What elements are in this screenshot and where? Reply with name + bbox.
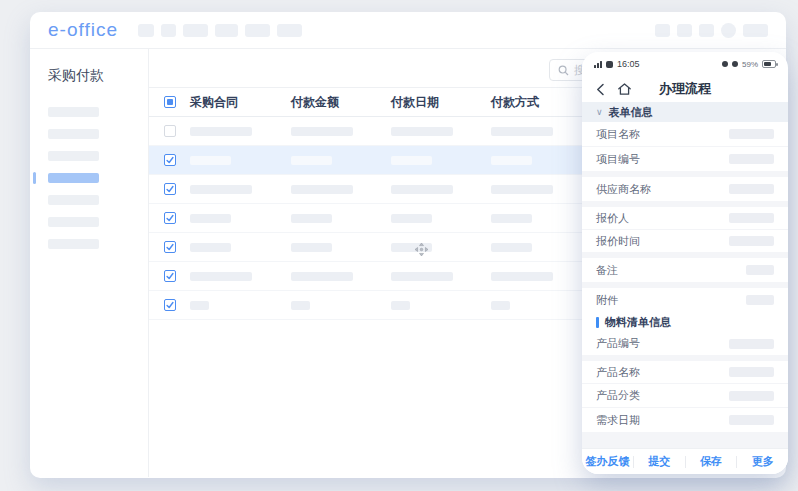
cell-placeholder <box>391 301 410 310</box>
row-checkbox[interactable] <box>164 212 176 224</box>
topbar-icon-placeholder[interactable] <box>699 24 714 37</box>
clock-time: 16:05 <box>617 59 640 69</box>
sidebar-item[interactable] <box>48 107 99 117</box>
top-nav-bar: e-office <box>30 12 786 49</box>
cell-placeholder <box>491 301 510 310</box>
cell-placeholder <box>190 185 252 194</box>
sidebar-item[interactable] <box>48 151 99 161</box>
value-placeholder <box>729 367 774 377</box>
cell-placeholder <box>291 156 332 165</box>
select-all-checkbox[interactable] <box>164 96 176 108</box>
column-header[interactable]: 采购合同 <box>190 94 291 111</box>
cell-placeholder <box>291 185 353 194</box>
phone-nav-bar: 办理流程 <box>582 76 788 102</box>
topbar-icon-placeholder[interactable] <box>677 24 692 37</box>
cell-placeholder <box>190 156 231 165</box>
cell-placeholder <box>491 156 532 165</box>
search-icon <box>558 65 569 76</box>
sidebar-item[interactable] <box>48 217 99 227</box>
submit-button[interactable]: 提交 <box>634 454 685 469</box>
avatar[interactable] <box>721 23 736 38</box>
sidebar-item-active[interactable] <box>48 173 99 183</box>
field-project-number[interactable]: 项目编号 <box>582 147 788 171</box>
section-header-material-list[interactable]: 物料清单信息 <box>582 312 788 332</box>
section-header-form-info[interactable]: ∨ 表单信息 <box>582 102 788 122</box>
cell-placeholder <box>291 272 353 281</box>
cell-placeholder <box>491 272 553 281</box>
username-placeholder <box>743 24 768 37</box>
sidebar-item[interactable] <box>48 129 99 139</box>
signal-icon <box>594 61 602 68</box>
cell-placeholder <box>491 214 532 223</box>
field-remarks[interactable]: 备注 <box>582 258 788 282</box>
screenshot-stage: e-office 采购付款 <box>0 0 798 491</box>
field-product-number[interactable]: 产品编号 <box>582 332 788 355</box>
value-placeholder <box>746 265 774 275</box>
field-supplier-name[interactable]: 供应商名称 <box>582 177 788 201</box>
sidebar: 采购付款 <box>30 49 149 477</box>
value-placeholder <box>729 154 774 164</box>
field-quote-time[interactable]: 报价时间 <box>582 230 788 252</box>
menu-item-placeholder[interactable] <box>215 24 238 37</box>
row-checkbox[interactable] <box>164 154 176 166</box>
value-placeholder <box>729 415 774 425</box>
cell-placeholder <box>190 127 252 136</box>
sign-feedback-button[interactable]: 签办反馈 <box>582 454 633 469</box>
section-marker-bar <box>596 317 599 328</box>
sidebar-item[interactable] <box>48 195 99 205</box>
field-quoter[interactable]: 报价人 <box>582 207 788 230</box>
phone-action-bar: 签办反馈 提交 保存 更多 <box>582 448 788 474</box>
row-checkbox[interactable] <box>164 270 176 282</box>
cell-placeholder <box>391 156 432 165</box>
row-checkbox[interactable] <box>164 241 176 253</box>
field-product-name[interactable]: 产品名称 <box>582 361 788 384</box>
more-button[interactable]: 更多 <box>737 454 788 469</box>
sidebar-menu <box>30 107 148 249</box>
cell-placeholder <box>291 127 353 136</box>
top-menu-placeholders <box>138 24 302 37</box>
menu-item-placeholder[interactable] <box>138 24 154 37</box>
cell-placeholder <box>391 272 453 281</box>
column-header[interactable]: 付款日期 <box>391 94 491 111</box>
e-office-logo: e-office <box>48 19 118 41</box>
field-demand-date[interactable]: 需求日期 <box>582 408 788 432</box>
row-checkbox[interactable] <box>164 125 176 137</box>
battery-percent: 59% <box>742 60 758 69</box>
cell-placeholder <box>291 214 332 223</box>
row-checkbox[interactable] <box>164 183 176 195</box>
cell-placeholder <box>391 185 453 194</box>
field-attachment[interactable]: 附件 <box>582 288 788 312</box>
field-product-category[interactable]: 产品分类 <box>582 384 788 408</box>
menu-item-placeholder[interactable] <box>183 24 208 37</box>
value-placeholder <box>729 391 774 401</box>
value-placeholder <box>729 213 774 223</box>
field-project-name[interactable]: 项目名称 <box>582 122 788 147</box>
group-divider <box>582 432 788 448</box>
cell-placeholder <box>291 301 310 310</box>
mobile-preview-phone: 16:05 59% 办理流程 ∨ 表单信息 项目名称 项目编号 <box>582 52 788 474</box>
phone-status-bar: 16:05 59% <box>582 52 788 76</box>
cell-placeholder <box>190 214 231 223</box>
row-checkbox[interactable] <box>164 299 176 311</box>
column-header[interactable]: 付款金额 <box>291 94 391 111</box>
menu-item-placeholder[interactable] <box>161 24 176 37</box>
value-placeholder <box>729 129 774 139</box>
cell-placeholder <box>391 214 432 223</box>
cell-placeholder <box>190 272 252 281</box>
value-placeholder <box>746 295 774 305</box>
value-placeholder <box>729 339 774 349</box>
status-misc-icon <box>722 61 728 67</box>
topbar-icon-placeholder[interactable] <box>655 24 670 37</box>
menu-item-placeholder[interactable] <box>245 24 270 37</box>
section-title: 表单信息 <box>609 105 653 120</box>
sidebar-item[interactable] <box>48 239 99 249</box>
section-title: 物料清单信息 <box>605 315 671 330</box>
cell-placeholder <box>491 185 553 194</box>
menu-item-placeholder[interactable] <box>277 24 302 37</box>
status-misc-icon <box>732 61 738 67</box>
topbar-right-cluster <box>655 23 768 38</box>
sim-icon <box>606 61 613 68</box>
save-button[interactable]: 保存 <box>686 454 737 469</box>
mouse-move-cursor <box>415 243 428 256</box>
cell-placeholder <box>190 301 209 310</box>
